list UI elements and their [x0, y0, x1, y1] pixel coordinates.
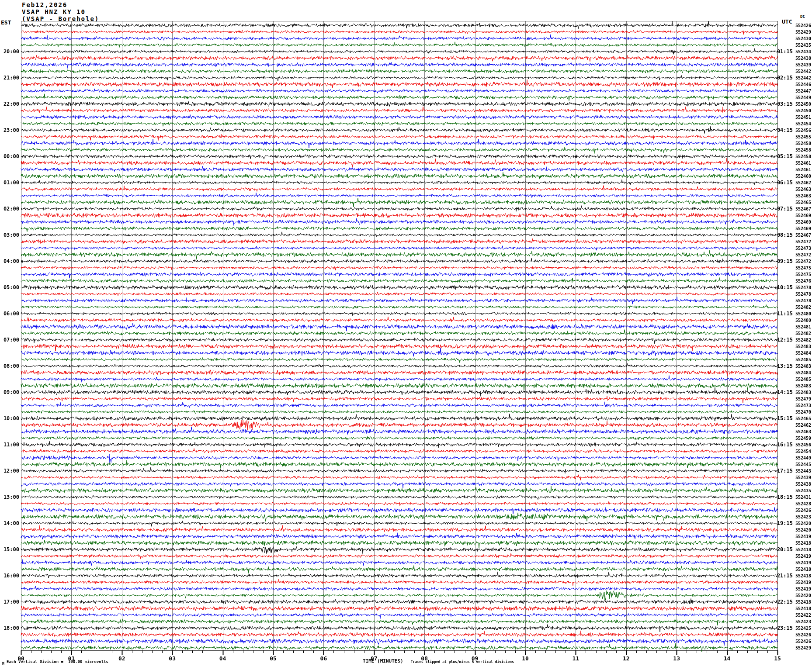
dc-offset-value: 552426 [795, 23, 811, 28]
dc-offset-value: 552459 [795, 436, 811, 441]
dc-offset-value: 552483 [795, 344, 811, 349]
dc-offset-value: 552478 [795, 292, 811, 297]
dc-offset-value: 552458 [795, 148, 811, 152]
dc-offset-value: 552438 [795, 482, 811, 487]
dc-offset-value: 552456 [795, 442, 811, 447]
dc-offset-value: 552454 [795, 449, 811, 454]
dc-offset-value: 552439 [795, 475, 811, 480]
vertical-scale-note: Each Vertical Division = 100.00 microvol… [7, 660, 108, 664]
est-hour-label: 21:00 [0, 75, 19, 81]
dc-offset-value: 552443 [795, 469, 811, 473]
seismogram-trace-canvas [0, 0, 812, 670]
dc-offset-value: 552465 [795, 200, 811, 205]
est-hour-label: 02:00 [0, 206, 19, 212]
dc-offset-value: 552439 [795, 62, 811, 67]
dc-offset-value: 552442 [795, 69, 811, 74]
dc-offset-value: 552419 [795, 560, 811, 565]
dc-offset-value: 552430 [795, 36, 811, 41]
dc-offset-value: 552473 [795, 403, 811, 408]
est-hour-label: 22:00 [0, 101, 19, 107]
dc-offset-value: 552469 [795, 213, 811, 218]
dc-offset-value: 552449 [795, 95, 811, 100]
est-hour-label: 18:00 [0, 625, 19, 631]
x-axis-tick-label: 11 [568, 655, 583, 662]
utc-quarter-label: 01:15 [772, 48, 793, 55]
dc-offset-value: 552423 [795, 515, 811, 519]
dc-offset-value: 552467 [795, 233, 811, 238]
dc-offset-value: 552446 [795, 82, 811, 87]
dc-offset-value: 552442 [795, 76, 811, 80]
utc-quarter-label: 18:15 [772, 494, 793, 500]
dc-offset-value: 552454 [795, 121, 811, 126]
utc-quarter-label: 23:15 [772, 625, 793, 631]
helicorder-screen: Feb12,2026 VSAP HNZ KY 10 (VSAP - Boreho… [0, 0, 812, 670]
dc-offset-value: 552422 [795, 613, 811, 618]
dc-offset-value: 552418 [795, 600, 811, 604]
utc-quarter-label: 20:15 [772, 546, 793, 553]
x-axis-tick-label: 12 [619, 655, 634, 662]
utc-quarter-label: 10:15 [772, 284, 793, 290]
dc-offset-value: 552480 [795, 318, 811, 323]
dc-offset-value: 552465 [795, 416, 811, 421]
dc-offset-value: 552429 [795, 646, 811, 650]
dc-offset-value: 552462 [795, 180, 811, 185]
utc-quarter-label: 19:15 [772, 520, 793, 526]
dc-offset-value: 552449 [795, 456, 811, 460]
dc-offset-value: 552456 [795, 128, 811, 133]
dc-offset-value: 552478 [795, 285, 811, 290]
dc-offset-value: 552426 [795, 639, 811, 644]
dc-offset-value: 552482 [795, 331, 811, 336]
dc-offset-value: 552450 [795, 102, 811, 107]
dc-offset-value: 552461 [795, 161, 811, 166]
utc-quarter-label: 04:15 [772, 127, 793, 133]
utc-quarter-label: 21:15 [772, 573, 793, 579]
est-hour-label: 03:00 [0, 232, 19, 238]
est-hour-label: 07:00 [0, 337, 19, 343]
dc-offset-value: 552438 [795, 56, 811, 61]
dc-offset-value: 552463 [795, 429, 811, 434]
dc-offset-value: 552473 [795, 246, 811, 251]
utc-quarter-label: 12:15 [772, 337, 793, 343]
est-hour-label: 01:00 [0, 180, 19, 186]
x-axis-tick-label: 04 [215, 655, 230, 662]
dc-offset-value: 552462 [795, 423, 811, 428]
dc-offset-value: 552435 [795, 43, 811, 48]
dc-offset-value: 552463 [795, 187, 811, 192]
dc-offset-value: 552482 [795, 338, 811, 342]
dc-offset-value: 552463 [795, 193, 811, 198]
x-axis-tick-label: 02 [115, 655, 129, 662]
utc-quarter-label: 11:15 [772, 311, 793, 317]
dc-offset-value: 552419 [795, 534, 811, 539]
dc-offset-value: 552431 [795, 495, 811, 500]
dc-offset-value: 552485 [795, 377, 811, 382]
utc-quarter-label: 13:15 [772, 363, 793, 369]
corner-logo-mark: M [2, 662, 4, 666]
dc-offset-value: 552483 [795, 383, 811, 388]
dc-offset-value: 552480 [795, 311, 811, 316]
dc-offset-value: 552461 [795, 167, 811, 172]
dc-offset-value: 552483 [795, 390, 811, 395]
dc-offset-value: 552479 [795, 397, 811, 401]
dc-offset-value: 552475 [795, 272, 811, 277]
clipping-note: Traces clipped at plus/minus 5 vertical … [411, 660, 514, 664]
est-hour-label: 09:00 [0, 389, 19, 395]
dc-offset-value: 552419 [795, 580, 811, 585]
dc-offset-value: 552467 [795, 207, 811, 211]
dc-offset-value: 552484 [795, 351, 811, 356]
dc-offset-value: 552475 [795, 266, 811, 270]
dc-offset-value: 552455 [795, 135, 811, 139]
est-hour-label: 12:00 [0, 468, 19, 474]
dc-offset-value: 552458 [795, 154, 811, 159]
est-hour-label: 04:00 [0, 258, 19, 264]
dc-offset-value: 552447 [795, 89, 811, 93]
x-axis-tick-label: 03 [165, 655, 180, 662]
est-hour-label: 17:00 [0, 599, 19, 605]
est-hour-label: 23:00 [0, 127, 19, 133]
dc-offset-value: 552472 [795, 259, 811, 264]
dc-offset-value: 552484 [795, 370, 811, 375]
est-hour-label: 16:00 [0, 573, 19, 579]
x-axis-tick-label: 10 [518, 655, 533, 662]
utc-quarter-label: 07:15 [772, 206, 793, 212]
dc-offset-value: 552472 [795, 239, 811, 244]
dc-offset-value: 552485 [795, 357, 811, 362]
